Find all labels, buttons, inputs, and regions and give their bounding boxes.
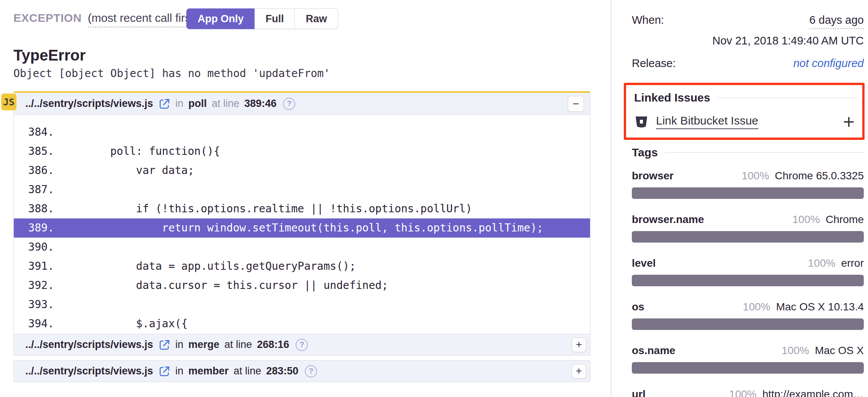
open-in-new-icon[interactable] <box>159 366 170 377</box>
code-text: data = app.utils.getQueryParams(); <box>84 257 356 276</box>
code-line: 386. var data; <box>14 161 590 180</box>
tag-key[interactable]: browser <box>632 170 674 182</box>
event-details-sidebar: When: 6 days ago Nov 21, 2018 1:49:40 AM… <box>612 0 868 397</box>
stack-frame-header[interactable]: ../../sentry/scripts/views.js in poll at… <box>14 93 590 115</box>
frame-location: 389:46 <box>244 98 276 110</box>
at-line-label: at line <box>233 365 261 377</box>
tag-percent: 100% <box>741 170 769 182</box>
open-in-new-icon[interactable] <box>159 98 170 110</box>
in-label: in <box>175 365 183 377</box>
line-number: 388. <box>14 199 54 218</box>
tag-key[interactable]: os.name <box>632 345 676 357</box>
call-order-hint[interactable]: (most recent call first) <box>88 11 198 28</box>
in-label: in <box>175 98 183 110</box>
exception-section-header: EXCEPTION (most recent call first) <box>13 11 198 28</box>
line-number: 391. <box>14 257 54 276</box>
stack-frame-collapsed[interactable]: ../../sentry/scripts/views.js in member … <box>13 360 590 382</box>
tag-value: http://example.com… <box>762 388 864 397</box>
tag-key[interactable]: level <box>632 257 656 269</box>
view-toggle-app-only[interactable]: App Only <box>186 8 255 29</box>
tag-key[interactable]: url <box>632 388 646 397</box>
code-text: return window.setTimeout(this.poll, this… <box>84 218 543 238</box>
exception-panel: EXCEPTION (most recent call first) App O… <box>0 0 611 397</box>
tag-percent: 100% <box>808 257 835 269</box>
tag-percent: 100% <box>792 213 820 226</box>
tag-distribution-bar <box>632 231 864 243</box>
code-line: 387. <box>14 180 590 199</box>
error-type-title: TypeError <box>13 47 85 64</box>
code-line: 384. <box>14 123 590 142</box>
help-icon[interactable]: ? <box>296 339 308 351</box>
tag-value: error <box>841 257 864 269</box>
section-rule <box>665 152 864 153</box>
frame-function: poll <box>188 98 207 110</box>
line-number: 384. <box>14 123 54 142</box>
release-label: Release: <box>632 57 676 70</box>
code-line: 393. <box>14 295 590 314</box>
source-code-context: 384.385. poll: function(){386. var data;… <box>14 115 590 343</box>
code-text: poll: function(){ <box>84 142 220 161</box>
when-label: When: <box>632 14 664 26</box>
link-bitbucket-issue-link[interactable]: Link Bitbucket Issue <box>656 114 758 129</box>
tag-key[interactable]: os <box>632 301 644 313</box>
error-message: Object [object Object] has no method 'up… <box>13 67 330 80</box>
expand-frame-button[interactable]: + <box>572 364 586 379</box>
collapse-frame-button[interactable]: − <box>568 96 584 112</box>
line-number: 390. <box>14 238 54 257</box>
linked-issues-header: Linked Issues <box>634 91 858 104</box>
tag-item: os100%Mac OS X 10.13.4 <box>632 301 864 330</box>
tag-item: browser.name100%Chrome <box>632 213 864 243</box>
tag-distribution-bar <box>632 187 864 199</box>
line-number: 386. <box>14 161 54 180</box>
stacktrace-view-toggle: App Only Full Raw <box>186 8 338 29</box>
tag-key[interactable]: browser.name <box>632 213 704 226</box>
add-linked-issue-button[interactable]: + <box>843 116 858 128</box>
tag-value: Chrome 65.0.3325 <box>775 170 864 182</box>
in-label: in <box>175 339 183 351</box>
tag-distribution-bar <box>632 362 864 374</box>
line-number: 393. <box>14 295 54 314</box>
tag-value: Chrome <box>825 213 864 226</box>
tag-percent: 100% <box>782 345 809 357</box>
frame-filename[interactable]: ../../sentry/scripts/views.js <box>25 98 153 110</box>
view-toggle-raw[interactable]: Raw <box>295 8 338 29</box>
code-line: 390. <box>14 238 590 257</box>
section-rule <box>717 97 858 98</box>
open-in-new-icon[interactable] <box>159 339 170 351</box>
help-icon[interactable]: ? <box>305 365 317 377</box>
tag-percent: 100% <box>743 301 771 313</box>
event-relative-time[interactable]: 6 days ago <box>809 14 864 29</box>
link-bitbucket-row: Link Bitbucket Issue + <box>634 114 858 129</box>
view-toggle-full[interactable]: Full <box>255 8 295 29</box>
at-line-label: at line <box>212 98 239 110</box>
release-row: Release: not configured <box>632 57 864 70</box>
stack-frame-collapsed[interactable]: ../../sentry/scripts/views.js in merge a… <box>13 334 590 356</box>
expand-frame-button[interactable]: + <box>572 338 586 352</box>
bitbucket-icon <box>634 115 649 129</box>
code-text: $.ajax({ <box>84 314 188 333</box>
tag-distribution-bar <box>632 318 864 330</box>
frame-function: merge <box>188 339 219 351</box>
linked-issues-title: Linked Issues <box>634 91 710 104</box>
code-line: 392. data.cursor = this.cursor || undefi… <box>14 276 590 295</box>
tag-item: os.name100%Mac OS X <box>632 345 864 374</box>
code-line: 388. if (!this.options.realtime || !this… <box>14 199 590 218</box>
frame-filename[interactable]: ../../sentry/scripts/views.js <box>25 365 153 377</box>
tag-value: Mac OS X 10.13.4 <box>776 301 864 313</box>
line-number: 394. <box>14 314 54 333</box>
line-number: 385. <box>14 142 54 161</box>
frame-filename[interactable]: ../../sentry/scripts/views.js <box>25 339 153 351</box>
tags-header: Tags <box>632 146 864 159</box>
frame-location: 283:50 <box>266 365 298 377</box>
release-not-configured-link[interactable]: not configured <box>793 57 864 70</box>
line-number: 392. <box>14 276 54 295</box>
tag-item: browser100%Chrome 65.0.3325 <box>632 170 864 199</box>
code-line: 391. data = app.utils.getQueryParams(); <box>14 257 590 276</box>
code-text: var data; <box>84 161 194 180</box>
code-text: data.cursor = this.cursor || undefined; <box>84 276 388 295</box>
line-number: 387. <box>14 180 54 199</box>
line-number: 389. <box>14 218 54 238</box>
tag-item: url100%http://example.com… <box>632 388 864 397</box>
help-icon[interactable]: ? <box>283 98 295 110</box>
code-line: 394. $.ajax({ <box>14 314 590 333</box>
